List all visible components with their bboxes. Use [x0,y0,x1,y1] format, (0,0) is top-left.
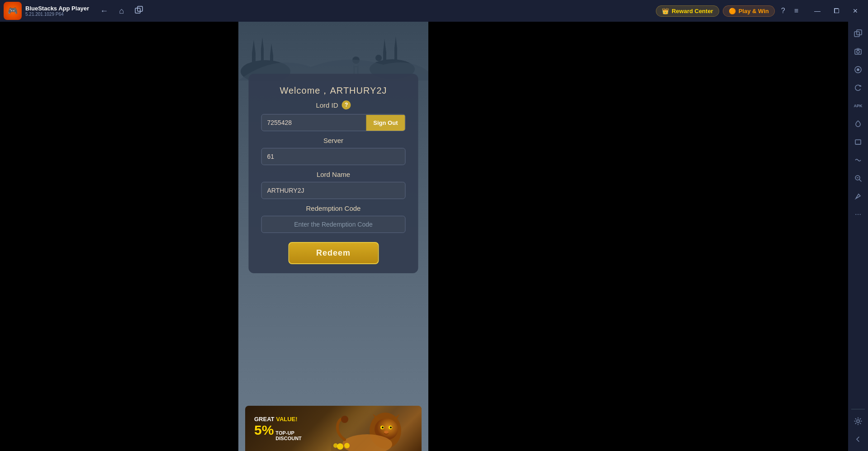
banner-topup-discount: TOP-UP DISCOUNT [275,430,301,441]
svg-line-41 [859,180,861,181]
play-win-label: Play & Win [739,8,769,14]
play-win-icon: 🟠 [729,8,736,14]
reward-center-label: Reward Center [672,8,713,14]
sidebar-shake-icon[interactable] [850,152,866,168]
svg-marker-8 [270,43,273,56]
svg-marker-7 [261,38,264,49]
lord-name-label: Lord Name [317,171,350,178]
banner-discount-row: 5% TOP-UP DISCOUNT [254,423,302,441]
titlebar-right: 👑 Reward Center 🟠 Play & Win ? ≡ — ⧠ ✕ [656,4,864,18]
sidebar-multiinstance-icon[interactable] [850,25,866,42]
promotion-banner[interactable]: GREAT VALUE! 5% TOP-UP DISCOUNT [245,406,422,451]
svg-point-24 [384,431,389,433]
lord-id-row: Lord ID ? [316,100,351,109]
welcome-title: Welcome，ARTHURY2J [280,85,387,97]
banner-text: GREAT VALUE! 5% TOP-UP DISCOUNT [245,416,311,441]
sidebar-screen-icon[interactable] [850,134,866,150]
sidebar-eco-icon[interactable] [850,116,866,132]
sidebar-back-icon[interactable] [850,431,866,447]
app-name-block: BlueStacks App Player 5.21.201.1029 P64 [25,5,89,17]
center-area: Welcome，ARTHURY2J Lord ID ? Sign Out Ser… [238,22,428,451]
banner-percent: 5% [254,423,274,438]
sidebar-more-icon[interactable]: ⋯ [850,206,866,223]
svg-marker-12 [383,39,386,52]
svg-rect-32 [855,49,861,54]
banner-lion-bg [331,406,422,451]
svg-point-36 [857,68,859,71]
lord-id-field: Sign Out [261,114,406,131]
window-controls: — ⧠ ✕ [808,4,864,18]
maximize-button[interactable]: ⧠ [827,4,845,18]
server-value: 61 [261,148,406,165]
svg-marker-6 [252,40,256,53]
svg-point-44 [857,420,859,423]
sidebar-video-icon[interactable] [850,62,866,78]
redemption-code-input[interactable] [261,216,406,233]
menu-button[interactable]: ≡ [792,5,801,17]
svg-point-29 [333,443,338,448]
svg-point-23 [390,427,392,428]
sidebar-divider [851,409,865,409]
deco-top [238,22,428,81]
multi-window-button[interactable] [133,4,145,18]
svg-point-15 [375,55,382,61]
right-sidebar: APK ⋯ [848,22,868,451]
back-button[interactable]: ← [98,5,110,18]
lord-name-value: ARTHURY2J [261,182,406,199]
lord-id-help-icon[interactable]: ? [342,100,351,109]
reward-crown-icon: 👑 [662,8,669,14]
server-label: Server [323,137,343,144]
app-name: BlueStacks App Player [25,5,89,12]
svg-point-33 [857,51,859,53]
lord-id-label: Lord ID [316,101,338,109]
home-button[interactable]: ⌂ [117,5,126,18]
help-button[interactable]: ? [778,5,788,17]
redemption-code-label: Redemption Code [306,204,361,212]
app-logo: 🎮 [4,2,22,20]
nav-buttons: ← ⌂ [98,4,145,18]
lord-id-input[interactable] [262,114,366,131]
svg-rect-38 [855,140,861,144]
reward-center-button[interactable]: 👑 Reward Center [656,5,719,17]
redeem-button[interactable]: Redeem [288,242,379,264]
svg-point-27 [337,443,343,450]
titlebar: 🎮 BlueStacks App Player 5.21.201.1029 P6… [0,0,868,22]
svg-marker-13 [394,37,397,48]
sign-out-button[interactable]: Sign Out [366,115,405,131]
sidebar-settings-icon[interactable] [850,413,866,429]
sidebar-screenshot-icon[interactable] [850,43,866,60]
app-version: 5.21.201.1029 P64 [25,12,89,17]
svg-point-28 [344,443,350,448]
dialog-card: Welcome，ARTHURY2J Lord ID ? Sign Out Ser… [249,74,418,273]
banner-great: GREAT VALUE! [254,416,302,423]
right-area [428,22,868,451]
left-area [0,22,238,451]
svg-line-43 [855,199,856,199]
sidebar-apk-icon[interactable]: APK [850,98,866,114]
minimize-button[interactable]: — [808,4,826,18]
svg-point-22 [382,427,384,428]
main-content: Welcome，ARTHURY2J Lord ID ? Sign Out Ser… [0,22,868,451]
sidebar-zoom-icon[interactable] [850,170,866,186]
sidebar-draw-icon[interactable] [850,188,866,204]
play-win-button[interactable]: 🟠 Play & Win [723,5,775,17]
sidebar-rotate-icon[interactable] [850,80,866,96]
svg-point-26 [341,416,348,423]
close-button[interactable]: ✕ [846,4,864,18]
